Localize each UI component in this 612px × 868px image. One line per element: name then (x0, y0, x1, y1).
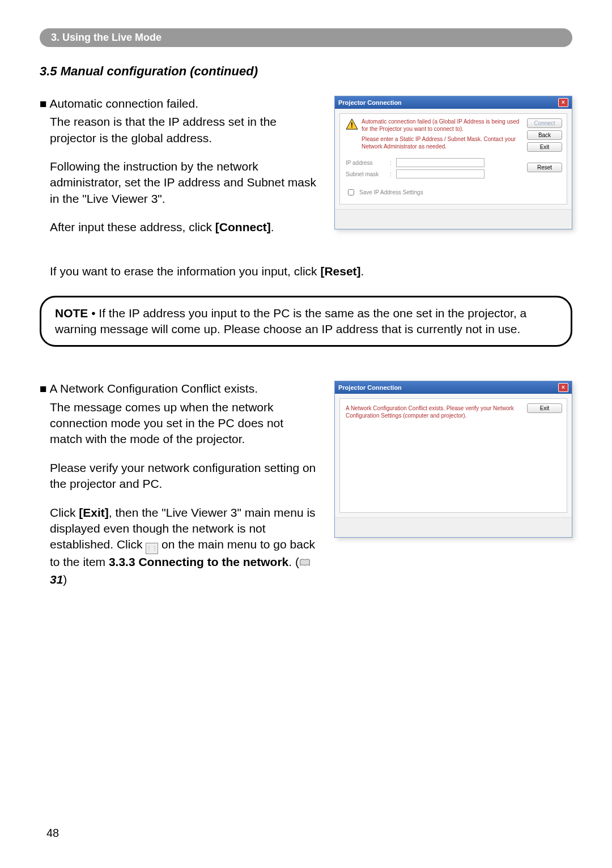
block1-p1: The reason is that the IP address set in… (50, 114, 317, 146)
svg-text:!: ! (351, 121, 353, 129)
reset-button[interactable]: Reset (527, 163, 562, 172)
subsection-title: 3.5 Manual configuration (continued) (40, 64, 572, 79)
note-text: • If the IP address you input to the PC … (55, 307, 526, 335)
close-icon[interactable]: × (558, 98, 568, 107)
block1-p2: Following the instruction by the network… (50, 159, 317, 207)
dialog2-title: Projector Connection (338, 384, 402, 391)
ip-address-label: IP address (346, 160, 385, 166)
subnet-mask-input[interactable] (396, 169, 484, 178)
dialog-footer (335, 209, 572, 229)
warning-icon: ! (346, 118, 358, 130)
book-icon (299, 555, 311, 571)
dialog-config-conflict: Projector Connection × Exit A Network Co… (334, 381, 572, 538)
block2-p1: The message comes up when the network co… (50, 399, 317, 448)
dialog1-title: Projector Connection (338, 99, 402, 106)
ip-address-input[interactable] (396, 158, 484, 167)
reset-paragraph: If you want to erase the information you… (50, 263, 515, 279)
back-button[interactable]: Back (527, 130, 562, 140)
exit-button[interactable]: Exit (527, 142, 562, 152)
exit-button[interactable]: Exit (527, 403, 562, 413)
subnet-mask-label: Subnet mask (346, 171, 385, 177)
close-icon[interactable]: × (558, 383, 568, 392)
block1-p3: After input these address, click [Connec… (50, 219, 317, 235)
save-ip-checkbox[interactable] (348, 189, 354, 195)
block2-p2: Please verify your network configuration… (50, 460, 317, 492)
save-ip-label: Save IP Address Settings (359, 189, 423, 195)
block2-p3: Click [Exit], then the "Live Viewer 3" m… (50, 505, 317, 588)
dialog-auto-connection-failed: Projector Connection × Connect Back Exit… (334, 96, 572, 229)
block2-heading: A Network Configuration Conflict exists. (40, 381, 317, 397)
page-number: 48 (46, 827, 59, 840)
section-header: 3. Using the Live Mode (40, 28, 572, 47)
note-box: NOTE • If the IP address you input to th… (40, 296, 572, 347)
network-icon: ⋮⋮ (146, 543, 158, 554)
connect-button[interactable]: Connect (527, 118, 562, 128)
dialog-footer (335, 517, 572, 537)
note-label: NOTE (55, 307, 88, 320)
block1-heading: Automatic connection failed. (40, 96, 317, 112)
